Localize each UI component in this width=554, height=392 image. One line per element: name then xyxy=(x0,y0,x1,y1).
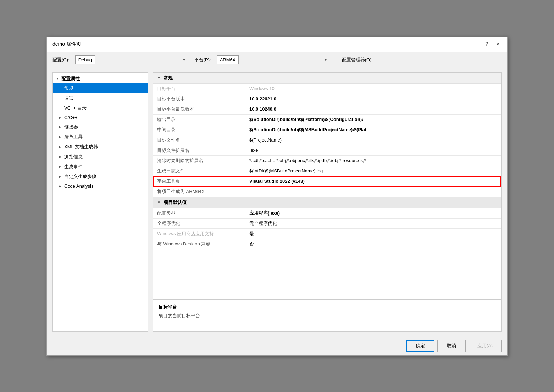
prop-value-target-name: $(ProjectName) xyxy=(245,135,501,145)
sidebar-item-vc-dirs-label: VC++ 目录 xyxy=(64,105,87,111)
cancel-button[interactable]: 取消 xyxy=(437,340,466,352)
prop-value-win-desktop-compat: 否 xyxy=(245,239,501,249)
prop-row-target-platform[interactable]: 目标平台 Windows 10 xyxy=(153,84,501,94)
prop-value-build-log: $(IntDir)$(MSBuildProjectName).log xyxy=(245,166,501,176)
ok-button[interactable]: 确定 xyxy=(406,340,434,352)
prop-row-output-dir[interactable]: 输出目录 $(SolutionDir)build\bin\$(Platform)… xyxy=(153,115,501,125)
code-analysis-arrow-icon: ▶ xyxy=(59,184,63,188)
main-content: ▼ 配置属性 常规 调试 VC++ 目录 ▶ C/C++ ▶ 链接器 ▶ xyxy=(47,68,507,336)
prop-row-intermediate-dir[interactable]: 中间目录 $(SolutionDir)build\obj\$(MSBuildPr… xyxy=(153,125,501,135)
prop-name-platform-toolset: 平台工具集 xyxy=(153,176,245,186)
prop-row-build-log[interactable]: 生成日志文件 $(IntDir)$(MSBuildProjectName).lo… xyxy=(153,166,501,176)
prop-row-clean-ext[interactable]: 清除时要删除的扩展名 *.cdf;*.cache;*.obj;*.obj.enc… xyxy=(153,156,501,166)
prop-row-platform-toolset[interactable]: 平台工具集 Visual Studio 2022 (v143) xyxy=(153,176,501,187)
prop-value-arm64x xyxy=(245,187,501,197)
prop-value-win-store: 是 xyxy=(245,229,501,239)
prop-row-target-ext[interactable]: 目标文件扩展名 .exe xyxy=(153,145,501,156)
title-bar: demo 属性页 ? × xyxy=(47,37,507,52)
info-description: 项目的当前目标平台 xyxy=(159,313,495,319)
config-bar: 配置(C): Debug 平台(P): ARM64 配置管理器(O)... xyxy=(47,52,507,68)
config-select[interactable]: Debug xyxy=(75,55,95,64)
prop-row-win-store[interactable]: Windows 应用商店应用支持 是 xyxy=(153,229,501,239)
prop-row-config-type[interactable]: 配置类型 应用程序(.exe) xyxy=(153,208,501,219)
sidebar: ▼ 配置属性 常规 调试 VC++ 目录 ▶ C/C++ ▶ 链接器 ▶ xyxy=(52,72,148,332)
prop-row-whole-program-opt[interactable]: 全程序优化 无全程序优化 xyxy=(153,219,501,229)
prop-value-intermediate-dir: $(SolutionDir)build\obj\$(MSBuildProject… xyxy=(245,125,501,135)
info-panel: 目标平台 项目的当前目标平台 xyxy=(153,299,501,331)
prop-row-win-desktop-compat[interactable]: 与 Windows Desktop 兼容 否 xyxy=(153,239,501,249)
prop-name-target-name: 目标文件名 xyxy=(153,135,245,145)
sidebar-item-browse[interactable]: ▶ 浏览信息 xyxy=(53,152,148,162)
sidebar-item-general[interactable]: 常规 xyxy=(53,83,148,93)
sidebar-item-code-analysis[interactable]: ▶ Code Analysis xyxy=(53,182,148,191)
prop-name-config-type: 配置类型 xyxy=(153,208,245,218)
general-section-header: ▼ 常规 xyxy=(153,73,501,84)
prop-name-build-log: 生成日志文件 xyxy=(153,166,245,176)
sidebar-item-custom-build-label: 自定义生成步骤 xyxy=(64,173,96,180)
prop-value-config-type: 应用程序(.exe) xyxy=(245,208,501,218)
help-button[interactable]: ? xyxy=(483,40,491,48)
sidebar-root: ▼ 配置属性 xyxy=(53,74,148,83)
dialog-title: demo 属性页 xyxy=(52,41,81,48)
platform-select-wrapper: ARM64 xyxy=(217,55,330,64)
bottom-bar: 确定 取消 应用(A) xyxy=(47,336,507,355)
sidebar-item-debug[interactable]: 调试 xyxy=(53,93,148,103)
prop-value-whole-program-opt: 无全程序优化 xyxy=(245,219,501,228)
prop-row-arm64x[interactable]: 将项目生成为 ARM64X xyxy=(153,187,501,197)
info-title: 目标平台 xyxy=(159,304,495,310)
close-button[interactable]: × xyxy=(494,40,502,48)
prop-value-target-platform: Windows 10 xyxy=(245,84,501,94)
platform-label: 平台(P): xyxy=(194,57,211,63)
prop-value-clean-ext: *.cdf;*.cache;*.obj;*.obj.enc;*.ilk;*.ip… xyxy=(245,156,501,166)
prop-name-output-dir: 输出目录 xyxy=(153,115,245,125)
sidebar-item-code-analysis-label: Code Analysis xyxy=(64,183,93,189)
general-section-arrow[interactable]: ▼ xyxy=(157,76,161,80)
sidebar-item-general-label: 常规 xyxy=(64,85,73,92)
prop-name-intermediate-dir: 中间目录 xyxy=(153,125,245,135)
sidebar-item-manifest[interactable]: ▶ 清单工具 xyxy=(53,132,148,142)
cpp-arrow-icon: ▶ xyxy=(59,116,63,120)
sidebar-item-build-events-label: 生成事件 xyxy=(64,164,83,170)
sidebar-item-cpp-label: C/C++ xyxy=(64,115,78,120)
custom-build-arrow-icon: ▶ xyxy=(59,175,63,178)
sidebar-item-build-events[interactable]: ▶ 生成事件 xyxy=(53,162,148,172)
properties-panel: ▼ 常规 目标平台 Windows 10 目标平台版本 xyxy=(153,72,502,332)
apply-button[interactable]: 应用(A) xyxy=(469,340,502,352)
properties-dialog: demo 属性页 ? × 配置(C): Debug 平台(P): ARM64 配… xyxy=(46,37,508,356)
prop-name-win-store: Windows 应用商店应用支持 xyxy=(153,229,245,239)
prop-row-target-platform-ver[interactable]: 目标平台版本 10.0.22621.0 xyxy=(153,94,501,104)
prop-value-target-ext: .exe xyxy=(245,145,501,155)
prop-value-target-platform-ver: 10.0.22621.0 xyxy=(245,94,501,104)
sidebar-root-label: 配置属性 xyxy=(61,76,80,82)
general-section-label: 常规 xyxy=(164,75,173,81)
prop-value-output-dir: $(SolutionDir)build\bin\$(Platform)\$(Co… xyxy=(245,115,501,125)
prop-name-target-platform-ver: 目标平台版本 xyxy=(153,94,245,104)
browse-arrow-icon: ▶ xyxy=(59,155,63,159)
sidebar-item-custom-build[interactable]: ▶ 自定义生成步骤 xyxy=(53,172,148,182)
sidebar-item-xml-gen-label: XML 文档生成器 xyxy=(64,144,98,150)
xml-arrow-icon: ▶ xyxy=(59,145,63,149)
build-events-arrow-icon: ▶ xyxy=(59,165,63,169)
sidebar-item-debug-label: 调试 xyxy=(64,95,73,101)
sidebar-item-manifest-label: 清单工具 xyxy=(64,134,83,140)
prop-name-win-desktop-compat: 与 Windows Desktop 兼容 xyxy=(153,239,245,249)
linker-arrow-icon: ▶ xyxy=(59,125,63,129)
prop-value-target-platform-min-ver: 10.0.10240.0 xyxy=(245,104,501,114)
sidebar-item-cpp[interactable]: ▶ C/C++ xyxy=(53,113,148,122)
sidebar-item-xml-gen[interactable]: ▶ XML 文档生成器 xyxy=(53,142,148,152)
sidebar-item-linker-label: 链接器 xyxy=(64,124,78,130)
prop-row-target-platform-min-ver[interactable]: 目标平台最低版本 10.0.10240.0 xyxy=(153,104,501,115)
sidebar-item-vc-dirs[interactable]: VC++ 目录 xyxy=(53,103,148,113)
prop-table: ▼ 常规 目标平台 Windows 10 目标平台版本 xyxy=(153,73,501,299)
prop-name-arm64x: 将项目生成为 ARM64X xyxy=(153,187,245,197)
prop-name-clean-ext: 清除时要删除的扩展名 xyxy=(153,156,245,166)
project-defaults-arrow[interactable]: ▼ xyxy=(157,200,161,204)
prop-name-target-platform: 目标平台 xyxy=(153,84,245,94)
manifest-arrow-icon: ▶ xyxy=(59,135,63,139)
platform-select[interactable]: ARM64 xyxy=(217,55,239,64)
prop-row-target-name[interactable]: 目标文件名 $(ProjectName) xyxy=(153,135,501,145)
config-manager-button[interactable]: 配置管理器(O)... xyxy=(336,55,382,65)
sidebar-root-arrow[interactable]: ▼ xyxy=(56,77,60,81)
prop-name-whole-program-opt: 全程序优化 xyxy=(153,219,245,228)
sidebar-item-linker[interactable]: ▶ 链接器 xyxy=(53,122,148,132)
